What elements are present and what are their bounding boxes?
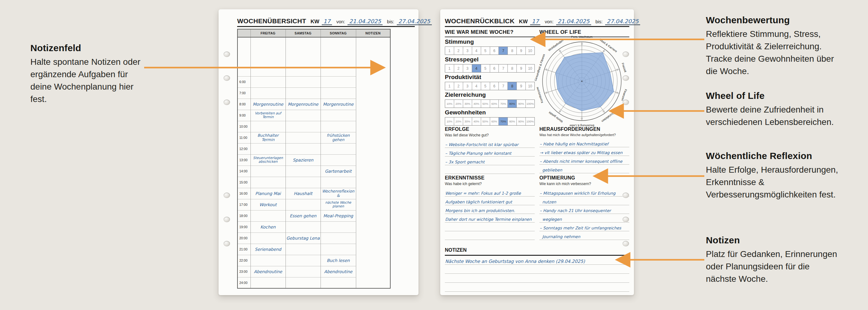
- scale-cell: 90%: [517, 100, 525, 107]
- schedule-cell: Geburstag Lena: [285, 232, 320, 244]
- untimed-row: [238, 37, 390, 68]
- ruled-line: [445, 223, 535, 231]
- annotation-title: Notizen: [706, 235, 861, 246]
- time-cell: 8:00: [238, 99, 250, 110]
- scale-cell: 7: [498, 64, 507, 72]
- schedule-cell: [250, 177, 285, 188]
- handwritten-entry: nutzen: [540, 199, 556, 204]
- schedule-cell: [285, 165, 320, 177]
- scale-cell: 40%: [472, 100, 481, 107]
- column-header-notizen: NOTIZEN: [356, 29, 390, 37]
- handwritten-entry: Journaling nehmen: [540, 235, 580, 239]
- schedule-cell: Gartenarbeit: [320, 165, 356, 177]
- scale-cell: 7: [498, 82, 507, 90]
- ruled-line: – Website-Fortschritt ist klar spürbar: [445, 139, 535, 148]
- scale-cell: 8: [507, 64, 517, 72]
- schedule-entry: Gartenarbeit: [321, 169, 356, 174]
- ruled-line: weglegen: [539, 214, 629, 223]
- scale-cell: 6: [490, 47, 499, 55]
- scale-cell: 1: [445, 82, 454, 90]
- annotation-body: Bewerte deine Zufriedenheit in verschied…: [706, 103, 861, 128]
- scale-cell: 1: [445, 47, 454, 55]
- radar-scale-tick: 10: [602, 110, 606, 113]
- binder-hole: [223, 99, 230, 105]
- scale-cell: 70%: [498, 100, 507, 107]
- handwritten-entry: Nächste Woche an Geburtstag von Anna den…: [445, 259, 585, 264]
- scale-cell: 6: [490, 64, 499, 72]
- scale-cell: 80%: [507, 118, 517, 125]
- time-cell: 19:00: [238, 221, 250, 232]
- scale-produktivität: Produktivität12345678910: [445, 74, 535, 90]
- section-herausforderungen: HERAUSFORDERUNGENWas hat mich diese Woch…: [539, 126, 629, 173]
- schedule-cell: [320, 232, 356, 244]
- schedule-entry: Vorbereiten auf Termin: [251, 112, 285, 119]
- annotation-wheel-of-life: Wheel of Life Bewerte deine Zufriedenhei…: [706, 91, 861, 128]
- ruled-line: – Habe häufig ein Nachmittagstief: [539, 138, 629, 147]
- schedule-cell: [285, 255, 320, 266]
- scale-cell: 30%: [463, 100, 472, 107]
- heading-wie-war-meine-woche: WIE WAR MEINE WOCHE?: [445, 29, 514, 35]
- schedule-cell: Spazieren: [285, 154, 320, 165]
- schedule-cell: [285, 244, 320, 255]
- schedule-entry: Geburstag Lena: [286, 236, 320, 241]
- radar-scale-tick: 10: [602, 50, 606, 53]
- binder-hole: [223, 52, 230, 57]
- scale-cell: 60%: [490, 118, 499, 125]
- radar-scale-tick: 10: [616, 91, 619, 94]
- weekly-schedule-table: FREITAGSAMSTAGSONNTAGNOTIZEN6:007:008:00…: [237, 29, 390, 289]
- scale-cell: 100%: [525, 100, 534, 107]
- handwritten-entry: – 3x Sport gemacht: [445, 160, 485, 164]
- radar-category-label: Sozialleben: [601, 111, 615, 123]
- schedule-cell: Vorbereiten auf Termin: [250, 110, 285, 121]
- ruled-line: – Tägliche Planung sehr konstant: [445, 148, 535, 157]
- ruled-line: nutzen: [539, 196, 629, 205]
- scale-cell: 5: [481, 47, 490, 55]
- time-cell: 14:00: [238, 165, 250, 177]
- time-cell: 20:00: [238, 232, 250, 244]
- ruled-line: Nächste Woche an Geburtstag von Anna den…: [445, 256, 629, 265]
- annotation-notizen: Notizen Platz für Gedanken, Erinnerungen…: [706, 235, 861, 285]
- time-cell: 11:00: [238, 132, 250, 143]
- time-cell: 6:00: [238, 76, 250, 87]
- scale-cell: 10%: [445, 100, 454, 107]
- schedule-cell: Haushalt: [285, 188, 320, 199]
- table-header-row: FREITAGSAMSTAGSONNTAGNOTIZEN: [238, 29, 390, 37]
- schedule-cell: [285, 121, 320, 132]
- scale-boxes: 12345678910: [445, 82, 535, 90]
- scale-cell: 30%: [463, 118, 472, 125]
- annotation-body: Halte spontane Notizen oder ergänzende A…: [30, 56, 151, 105]
- scale-cell: 2: [454, 82, 463, 90]
- column-header-sonntag: SONNTAG: [320, 29, 356, 37]
- schedule-cell: Abendroutine: [250, 266, 285, 277]
- annotation-title: Wheel of Life: [706, 91, 861, 101]
- schedule-cell: [285, 132, 320, 143]
- binder-hole: [622, 99, 629, 105]
- ruled-line: – Handy nach 21 Uhr konsequenter: [539, 205, 629, 214]
- radar-scale-tick: 10: [616, 68, 619, 71]
- ruled-line: Journaling nehmen: [539, 231, 629, 240]
- kw-value: 17: [322, 18, 332, 25]
- schedule-entry: Abendroutine: [321, 269, 356, 274]
- radar-center-dot: [581, 81, 583, 82]
- scale-label: Gewohnheiten: [445, 109, 535, 116]
- scale-cell: 7: [498, 47, 507, 55]
- handwritten-entry: – Tägliche Planung sehr konstant: [445, 151, 511, 156]
- bis-date: 27.04.2025: [397, 18, 432, 25]
- schedule-cell: [320, 277, 356, 288]
- scale-cell: 4: [472, 64, 481, 72]
- ruled-line: [445, 283, 629, 292]
- scale-cell: 20%: [454, 118, 463, 125]
- schedule-cell: Buchhalter Termin: [250, 132, 285, 143]
- schedule-cell: frühstücken gehen: [320, 132, 356, 143]
- handwritten-entry: – Handy nach 21 Uhr konsequenter: [540, 208, 611, 213]
- schedule-entry: Morgenroutine: [286, 102, 320, 106]
- scale-cell: 60%: [490, 100, 499, 107]
- section-subtitle: Wie kann ich mich verbessern?: [539, 182, 629, 186]
- scale-stimmung: Stimmung12345678910: [445, 38, 535, 55]
- radar-category-label: Freizeit: [621, 62, 627, 72]
- annotation-title: Notizenfeld: [30, 43, 151, 53]
- scale-cell: 3: [463, 82, 472, 90]
- schedule-cell: Kochen: [250, 221, 285, 232]
- time-cell: [238, 68, 250, 76]
- time-cell: [238, 37, 250, 68]
